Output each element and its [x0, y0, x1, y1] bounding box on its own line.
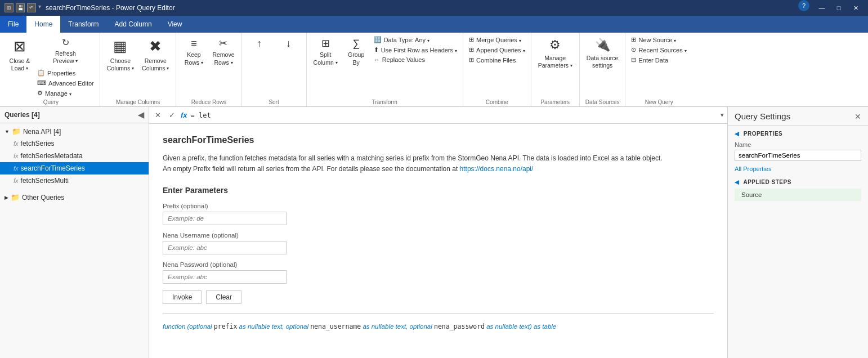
- menu-add-column[interactable]: Add Column: [107, 16, 160, 33]
- first-row-headers-button[interactable]: ⬆ Use First Row as Headers ▾: [372, 45, 459, 55]
- query-item-fetchseriesmulti[interactable]: fx fetchSeriesMulti: [0, 174, 149, 187]
- refresh-manage-col: ↻ RefreshPreview ▾ 📋 Properties ⌨ Advanc…: [35, 35, 96, 98]
- new-source-button[interactable]: ⊞ New Source ▾: [629, 35, 688, 44]
- fx-icon-3: fx: [14, 165, 19, 172]
- combine-col: ⊞ Merge Queries ▾ ⊞ Append Queries ▾ ⊞ C…: [467, 35, 527, 65]
- manage-button[interactable]: ⚙ Manage ▾: [35, 88, 96, 98]
- clear-button[interactable]: Clear: [206, 290, 241, 304]
- quick-access-arrow[interactable]: ▾: [38, 3, 41, 12]
- ribbon-group-combine-content: ⊞ Merge Queries ▾ ⊞ Append Queries ▾ ⊞ C…: [467, 35, 527, 98]
- query-item-searchfortimeseries[interactable]: fx searchForTimeSeries: [0, 162, 149, 174]
- other-queries-group-header[interactable]: ▶ 📁 Other Queries: [0, 191, 149, 203]
- group-expand-arrow: ▶: [5, 195, 8, 200]
- settings-name-input[interactable]: [735, 150, 861, 161]
- merge-icon: ⊞: [469, 36, 474, 43]
- ribbon-group-new-query: ⊞ New Source ▾ ⊙ Recent Sources ▾ ⊟ Ente…: [625, 33, 692, 106]
- sort-asc-icon: ↑: [257, 37, 262, 50]
- minimize-button[interactable]: —: [814, 0, 830, 16]
- menu-view[interactable]: View: [160, 16, 190, 33]
- query-item-fetchseriesmetadata[interactable]: fx fetchSeriesMetadata: [0, 150, 149, 162]
- remove-rows-button[interactable]: ✂ RemoveRows ▾: [209, 35, 238, 75]
- menu-file[interactable]: File: [0, 16, 26, 33]
- group-by-button[interactable]: ∑ GroupBy: [342, 35, 370, 75]
- choose-columns-button[interactable]: ▦ ChooseColumns ▾: [104, 35, 137, 75]
- section-divider: [163, 313, 714, 314]
- settings-header: Query Settings ✕: [728, 107, 868, 126]
- refresh-preview-button[interactable]: ↻ RefreshPreview ▾: [35, 35, 96, 68]
- ribbon-group-close-content: ⊠ Close &Load ▾ ↻ RefreshPreview ▾ 📋 Pro…: [6, 35, 96, 98]
- sort-desc-icon: ↓: [286, 37, 291, 50]
- append-queries-button[interactable]: ⊞ Append Queries ▾: [467, 45, 527, 55]
- nena-api-group-header[interactable]: ▼ 📁 Nena API [4]: [0, 126, 149, 137]
- data-type-button[interactable]: 🔢 Data Type: Any ▾: [372, 35, 459, 44]
- maximize-button[interactable]: □: [831, 0, 847, 16]
- close-load-button[interactable]: ⊠ Close &Load ▾: [6, 35, 34, 75]
- settings-close-button[interactable]: ✕: [854, 112, 861, 121]
- query-group-other: ▶ 📁 Other Queries: [0, 191, 149, 203]
- param-input-username[interactable]: [163, 241, 287, 254]
- query-group-nena: ▼ 📁 Nena API [4] fx fetchSeries fx fetch…: [0, 126, 149, 187]
- data-source-settings-button[interactable]: 🔌 Data sourcesettings: [583, 35, 622, 75]
- query-item-fetchseries[interactable]: fx fetchSeries: [0, 137, 149, 150]
- new-source-icon: ⊞: [631, 36, 636, 43]
- sort-asc-button[interactable]: ↑: [245, 35, 274, 75]
- query-label-fetchseriesmulti: fetchSeriesMulti: [21, 177, 69, 185]
- query-title: searchForTimeSeries: [163, 135, 714, 145]
- manage-icon: ⚙: [37, 90, 43, 97]
- enter-data-icon: ⊟: [631, 56, 636, 64]
- close-button[interactable]: ✕: [848, 0, 863, 16]
- formula-input[interactable]: [191, 111, 717, 119]
- menu-transform[interactable]: Transform: [60, 16, 106, 33]
- combine-files-button[interactable]: ⊞ Combine Files: [467, 55, 527, 65]
- nena-api-group-label: Nena API [4]: [23, 128, 61, 136]
- param-group-password: Nena Password (optional): [163, 261, 714, 284]
- remove-cols-icon: ✖: [149, 37, 162, 56]
- ribbon-label-reduce-rows: Reduce Rows: [191, 99, 226, 105]
- window-controls: ? — □ ✕: [798, 0, 863, 16]
- param-input-prefix[interactable]: [163, 212, 287, 225]
- ribbon-group-transform-content: ⊞ SplitColumn ▾ ∑ GroupBy 🔢 Data Type: A…: [310, 35, 460, 98]
- recent-icon: ⊙: [631, 46, 636, 53]
- split-column-button[interactable]: ⊞ SplitColumn ▾: [310, 35, 341, 75]
- settings-panel: Query Settings ✕ ◀ PROPERTIES Name All P…: [727, 107, 868, 358]
- menu-home[interactable]: Home: [26, 16, 60, 33]
- query-props-button[interactable]: 📋 Properties: [35, 68, 96, 78]
- enter-data-button[interactable]: ⊟ Enter Data: [629, 55, 688, 65]
- formula-expand-button[interactable]: ▾: [721, 111, 724, 119]
- docs-link[interactable]: https://docs.nena.no/api/: [460, 165, 534, 173]
- ribbon-group-manage-cols-content: ▦ ChooseColumns ▾ ✖ RemoveColumns ▾: [104, 35, 173, 98]
- applied-step-source[interactable]: Source: [735, 189, 861, 201]
- ribbon-group-close: ⊠ Close &Load ▾ ↻ RefreshPreview ▾ 📋 Pro…: [2, 33, 100, 106]
- sidebar-collapse-button[interactable]: ◀: [138, 110, 144, 119]
- sidebar-title: Queries [4]: [5, 111, 40, 119]
- group-collapse-arrow: ▼: [5, 129, 10, 135]
- replace-icon: ↔: [374, 56, 380, 63]
- param-group-username: Nena Username (optional): [163, 232, 714, 254]
- remove-columns-button[interactable]: ✖ RemoveColumns ▾: [138, 35, 172, 75]
- merge-queries-button[interactable]: ⊞ Merge Queries ▾: [467, 35, 527, 44]
- help-button[interactable]: ?: [798, 0, 809, 11]
- ribbon-group-sort: ↑ ↓ Sort: [242, 33, 307, 106]
- append-icon: ⊞: [469, 46, 474, 53]
- replace-values-button[interactable]: ↔ Replace Values: [372, 55, 459, 64]
- menu-bar: File Home Transform Add Column View: [0, 16, 868, 33]
- manage-parameters-button[interactable]: ⚙ ManageParameters ▾: [535, 35, 576, 75]
- ribbon-label-combine: Combine: [486, 99, 508, 105]
- ribbon-group-parameters-content: ⚙ ManageParameters ▾: [535, 35, 576, 98]
- sort-desc-button[interactable]: ↓: [275, 35, 303, 75]
- formula-cancel-button[interactable]: ✕: [153, 110, 163, 120]
- ribbon-label-manage-cols: Manage Columns: [116, 99, 160, 105]
- recent-sources-button[interactable]: ⊙ Recent Sources ▾: [629, 45, 688, 55]
- sidebar-header: Queries [4] ◀: [0, 107, 149, 123]
- params-section-title: Enter Parameters: [163, 186, 714, 195]
- formula-confirm-button[interactable]: ✓: [167, 110, 177, 120]
- group-by-icon: ∑: [352, 37, 360, 50]
- invoke-button[interactable]: Invoke: [163, 290, 202, 304]
- param-input-password[interactable]: [163, 270, 287, 284]
- transform-col2: 🔢 Data Type: Any ▾ ⬆ Use First Row as He…: [372, 35, 459, 64]
- keep-rows-button[interactable]: ≡ KeepRows ▾: [180, 35, 208, 75]
- advanced-editor-button[interactable]: ⌨ Advanced Editor: [35, 78, 96, 88]
- function-signature: function (optional prefix as nullable te…: [163, 323, 714, 330]
- all-properties-link[interactable]: All Properties: [728, 163, 868, 174]
- datasource-icon: 🔌: [595, 37, 610, 53]
